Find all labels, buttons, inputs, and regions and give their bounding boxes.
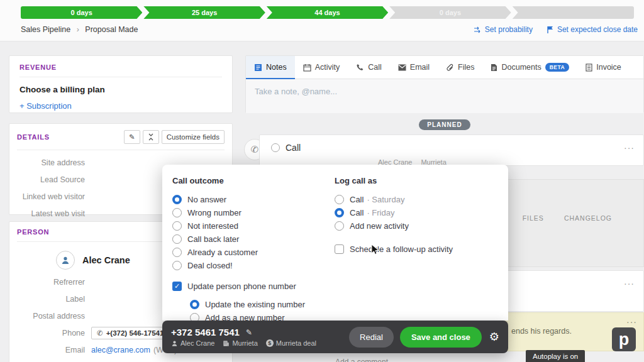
log-option-call-friday[interactable]: Call · Friday bbox=[335, 206, 498, 219]
redial-button[interactable]: Redial bbox=[349, 327, 394, 348]
planned-badge: PLANNED bbox=[419, 119, 470, 130]
tab-call[interactable]: Call bbox=[348, 56, 390, 79]
tab-email[interactable]: Email bbox=[390, 56, 438, 79]
option-label: Update person phone number bbox=[187, 282, 296, 291]
pipedrive-logo: p bbox=[612, 327, 636, 351]
outcome-option-deal-closed[interactable]: Deal closed! bbox=[172, 259, 335, 272]
linked-org[interactable]: Murrieta bbox=[223, 339, 257, 347]
log-option-add-new-activity[interactable]: Add new activity bbox=[335, 219, 498, 233]
option-label: Update the existing number bbox=[205, 300, 305, 309]
tab-label: Email bbox=[410, 63, 430, 72]
checkbox-icon[interactable] bbox=[335, 244, 344, 254]
outcome-option-call-back-later[interactable]: Call back later bbox=[172, 233, 335, 246]
pipeline-stage[interactable]: 0 days bbox=[389, 6, 511, 19]
avatar bbox=[56, 251, 75, 270]
phone-icon bbox=[356, 63, 364, 72]
linked-deal[interactable]: $ Murrieta deal bbox=[266, 339, 316, 347]
edit-details-button[interactable]: ✎ bbox=[124, 130, 140, 144]
call-activity-title: Call bbox=[286, 143, 624, 153]
divider bbox=[19, 77, 222, 77]
add-subscription-link[interactable]: + Subscription bbox=[19, 101, 222, 111]
tab-invoice[interactable]: Invoice bbox=[577, 56, 630, 79]
revenue-card: REVENUE Choose a billing plan + Subscrip… bbox=[9, 55, 233, 113]
set-probability-button[interactable]: Set probability bbox=[474, 25, 533, 34]
customize-fields-button[interactable]: Customize fields bbox=[162, 130, 225, 144]
details-title: DETAILS bbox=[17, 133, 50, 141]
tab-label: Notes bbox=[266, 63, 287, 72]
gear-icon[interactable]: ⚙ bbox=[489, 330, 499, 344]
envelope-icon bbox=[398, 64, 406, 71]
add-comment-link[interactable]: Add a comment bbox=[335, 358, 388, 362]
radio-selected-icon[interactable] bbox=[190, 300, 199, 309]
followup-checkbox-row[interactable]: Schedule a follow-up activity bbox=[335, 243, 498, 256]
tab-notes[interactable]: Notes bbox=[246, 56, 295, 79]
option-label: Call back later bbox=[187, 234, 239, 244]
outcome-option-wrong-number[interactable]: Wrong number bbox=[172, 206, 335, 219]
radio-icon[interactable] bbox=[335, 195, 344, 204]
mark-done-checkbox[interactable] bbox=[271, 143, 280, 152]
person-name[interactable]: Alec Crane bbox=[82, 255, 130, 265]
outcome-option-no-answer[interactable]: No answer bbox=[172, 193, 335, 206]
update-existing-number-option[interactable]: Update the existing number bbox=[190, 298, 335, 311]
set-expected-close-date-button[interactable]: Set expected close date bbox=[547, 25, 638, 34]
call-card-menu-button[interactable]: ··· bbox=[624, 143, 635, 153]
phone-number: +(372) 546-17541 bbox=[106, 329, 164, 337]
paperclip-icon bbox=[446, 63, 454, 72]
update-phone-checkbox-row[interactable]: ✓ Update person phone number bbox=[172, 280, 335, 293]
tab-panel-files[interactable]: FILES bbox=[523, 214, 544, 222]
revenue-title: REVENUE bbox=[19, 63, 222, 71]
person-icon bbox=[171, 340, 178, 347]
log-option-call-saturday[interactable]: Call · Saturday bbox=[335, 193, 498, 206]
save-and-close-button[interactable]: Save and close bbox=[400, 327, 482, 348]
option-label: Deal closed! bbox=[187, 261, 233, 270]
field-label: Latest web visit bbox=[17, 209, 85, 218]
pipeline-stage[interactable]: 25 days bbox=[143, 6, 265, 19]
phone-icon: ✆ bbox=[251, 144, 259, 155]
timeline-item-menu-button[interactable]: ··· bbox=[624, 278, 635, 288]
tab-activity[interactable]: Activity bbox=[295, 56, 348, 79]
outcome-option-not-interested[interactable]: Not interested bbox=[172, 219, 335, 233]
field-label: Refrerrer bbox=[17, 278, 85, 287]
linked-person[interactable]: Alec Crane bbox=[171, 339, 214, 347]
call-activity-card[interactable]: Call ··· Alec Crane Murrieta bbox=[259, 134, 644, 166]
stage-label: 0 days bbox=[71, 9, 92, 16]
tab-files[interactable]: Files bbox=[438, 56, 482, 79]
radio-icon[interactable] bbox=[172, 208, 182, 217]
radio-icon[interactable] bbox=[172, 234, 182, 244]
option-label: Not interested bbox=[187, 221, 238, 231]
checkbox-checked-icon[interactable]: ✓ bbox=[172, 282, 182, 291]
radio-icon[interactable] bbox=[172, 261, 182, 270]
tab-label: Call bbox=[368, 63, 382, 72]
radio-icon[interactable] bbox=[172, 221, 182, 231]
edit-number-icon[interactable]: ✎ bbox=[246, 328, 252, 337]
beta-badge: BETA bbox=[545, 63, 570, 72]
outcome-option-already-customer[interactable]: Already a customer bbox=[172, 246, 335, 259]
field-label: Lead Source bbox=[17, 175, 85, 184]
collapse-fields-button[interactable] bbox=[143, 130, 159, 144]
option-label: No answer bbox=[187, 195, 226, 204]
email-link[interactable]: alec@crane.com bbox=[91, 346, 150, 354]
call-control-bar: +372 5461 7541 ✎ Alec Crane Murrieta $ M… bbox=[162, 321, 508, 353]
logo-letter: p bbox=[619, 330, 630, 349]
composer-tabbar: Notes Activity Call Email bbox=[246, 56, 643, 79]
linked-org-name: Murrieta bbox=[232, 339, 257, 347]
pipeline-stage[interactable]: 0 days bbox=[21, 6, 142, 19]
linked-deal-name: Murrieta deal bbox=[276, 339, 316, 347]
field-label: Phone bbox=[17, 329, 85, 337]
tab-changelog[interactable]: CHANGELOG bbox=[564, 214, 612, 222]
radio-selected-icon[interactable] bbox=[335, 208, 344, 217]
call-outcome-dialog: Call outcome No answer Wrong number Not … bbox=[162, 165, 508, 321]
note-menu-button[interactable]: ··· bbox=[626, 317, 637, 327]
breadcrumb-stage[interactable]: Proposal Made bbox=[85, 25, 138, 34]
breadcrumb-pipeline[interactable]: Sales Pipeline bbox=[21, 25, 70, 34]
radio-icon[interactable] bbox=[172, 248, 182, 257]
option-label: Add new activity bbox=[350, 221, 409, 231]
radio-selected-icon[interactable] bbox=[172, 195, 182, 204]
field-label: Postal address bbox=[17, 312, 85, 321]
building-icon bbox=[223, 340, 230, 347]
tab-documents[interactable]: Documents BETA bbox=[482, 56, 577, 79]
pipeline-stage[interactable] bbox=[513, 6, 634, 19]
radio-icon[interactable] bbox=[335, 221, 344, 231]
note-input[interactable] bbox=[255, 87, 635, 96]
pipeline-stage[interactable]: 44 days bbox=[267, 6, 388, 19]
